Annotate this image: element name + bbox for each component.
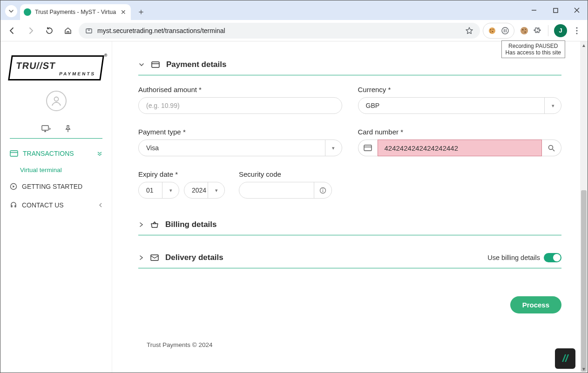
sidebar-toolbar	[0, 125, 112, 138]
svg-rect-19	[152, 62, 159, 67]
basket-icon	[150, 221, 159, 228]
url-text: myst.securetrading.net/transactions/term…	[97, 27, 225, 34]
person-icon	[50, 95, 62, 107]
sidebar-item-contact-us[interactable]: CONTACT US	[0, 196, 112, 214]
card-icon	[151, 61, 160, 68]
sidebar-subitem-virtual-terminal[interactable]: Virtual terminal	[0, 163, 112, 177]
svg-point-6	[490, 32, 491, 33]
svg-point-4	[493, 29, 493, 30]
favicon-icon	[24, 8, 31, 16]
home-button[interactable]	[60, 23, 76, 39]
expiry-month-select[interactable]: 01 ▾	[138, 182, 179, 199]
monitor-icon	[41, 125, 51, 133]
scroll-down-icon[interactable]: ▼	[580, 365, 588, 373]
address-bar[interactable]: myst.securetrading.net/transactions/term…	[79, 23, 480, 39]
currency-value[interactable]: GBP	[358, 97, 562, 114]
svg-rect-1	[86, 29, 92, 33]
process-button[interactable]: Process	[510, 296, 561, 313]
minimize-button[interactable]	[523, 0, 545, 20]
logo-text-top: TRU//ST	[15, 60, 97, 71]
payment-type-select[interactable]: Visa ▾	[138, 140, 342, 156]
sidebar-item-transactions[interactable]: TRANSACTIONS	[0, 144, 112, 163]
info-button[interactable]	[314, 182, 331, 198]
divider	[138, 75, 561, 75]
use-billing-toggle[interactable]	[544, 253, 561, 262]
extension-icon[interactable]	[519, 26, 529, 36]
scrollbar-thumb[interactable]	[581, 190, 587, 372]
svg-point-9	[522, 29, 524, 30]
profile-avatar[interactable]: J	[554, 24, 567, 37]
card-icon	[10, 150, 18, 157]
svg-point-10	[525, 29, 526, 30]
card-icon	[358, 140, 378, 156]
envelope-icon	[150, 254, 159, 261]
pin-icon	[65, 125, 71, 133]
payment-type-value[interactable]: Visa	[138, 140, 342, 156]
divider	[548, 25, 548, 36]
brand-logo: ® TRU//ST PAYMENTS	[8, 55, 104, 80]
extension-cookie-icon[interactable]	[487, 26, 497, 36]
field-currency: Currency * GBP ▾	[358, 86, 562, 114]
back-button[interactable]	[4, 23, 20, 39]
field-expiry-date: Expiry date * 01 ▾ 2024 ▾	[138, 170, 225, 199]
svg-point-12	[576, 27, 577, 28]
svg-rect-16	[42, 126, 48, 130]
display-settings-button[interactable]	[41, 125, 51, 133]
sidebar-item-getting-started[interactable]: GETTING STARTED	[0, 177, 112, 196]
browser-menu-button[interactable]	[570, 27, 584, 34]
tab-title: Trust Payments - MyST - Virtua	[35, 9, 116, 15]
forward-button[interactable]	[23, 23, 39, 39]
field-authorised-amount: Authorised amount *	[138, 86, 342, 114]
page-body: ® TRU//ST PAYMENTS TRANSACTIONS Virtual …	[0, 41, 588, 373]
tab-search-button[interactable]	[5, 5, 17, 17]
section-title: Delivery details	[165, 253, 223, 262]
svg-point-21	[549, 145, 553, 149]
extensions-button[interactable]	[532, 26, 542, 36]
window-controls	[523, 0, 588, 20]
field-payment-type: Payment type * Visa ▾	[138, 128, 342, 156]
card-number-input[interactable]	[378, 140, 542, 156]
expiry-year-select[interactable]: 2024 ▾	[184, 182, 225, 199]
svg-point-7	[502, 27, 508, 34]
card-number-label: Card number *	[358, 128, 562, 136]
chevron-right-icon	[138, 254, 144, 261]
sidebar-item-label: Virtual terminal	[20, 167, 62, 173]
svg-point-15	[54, 97, 58, 101]
site-info-icon	[85, 27, 93, 34]
svg-rect-24	[151, 255, 158, 260]
pin-button[interactable]	[65, 125, 71, 133]
chat-widget-glyph: //	[562, 353, 568, 365]
scroll-up-icon[interactable]: ▲	[580, 41, 588, 49]
browser-tab[interactable]: Trust Payments - MyST - Virtua ✕	[20, 4, 131, 20]
svg-point-8	[520, 27, 528, 34]
section-header-payment-details[interactable]: Payment details	[138, 60, 561, 75]
security-code-label: Security code	[239, 170, 342, 178]
chevron-down-icon	[97, 151, 102, 156]
card-search-button[interactable]	[542, 140, 561, 156]
amount-label: Authorised amount *	[138, 86, 342, 93]
chat-widget-button[interactable]: //	[555, 348, 575, 369]
svg-point-23	[323, 188, 324, 189]
section-header-delivery-details[interactable]: Delivery details Use billing details	[138, 246, 561, 268]
sidebar: ® TRU//ST PAYMENTS TRANSACTIONS Virtual …	[0, 41, 112, 373]
close-window-button[interactable]	[566, 0, 588, 20]
maximize-button[interactable]	[545, 0, 566, 20]
main-content: Payment details Authorised amount * Curr…	[112, 41, 588, 373]
extension-recorder-icon[interactable]	[500, 26, 510, 36]
tooltip-line1: Recording PAUSED	[506, 43, 561, 49]
section-header-billing-details[interactable]: Billing details	[138, 213, 561, 235]
close-icon[interactable]: ✕	[120, 8, 127, 16]
bookmark-star-icon[interactable]	[465, 27, 473, 35]
currency-select[interactable]: GBP ▾	[358, 97, 562, 114]
browser-toolbar: myst.securetrading.net/transactions/term…	[0, 20, 588, 41]
svg-point-14	[576, 33, 577, 34]
extensions-pill	[483, 23, 514, 39]
play-circle-icon	[10, 183, 17, 190]
page-scrollbar[interactable]: ▲ ▼	[580, 41, 588, 373]
new-tab-button[interactable]: ＋	[135, 5, 148, 18]
sidebar-item-label: CONTACT US	[22, 201, 64, 209]
user-avatar[interactable]	[46, 91, 67, 111]
section-title: Payment details	[166, 60, 226, 69]
reload-button[interactable]	[41, 23, 57, 39]
amount-input[interactable]	[138, 97, 342, 114]
